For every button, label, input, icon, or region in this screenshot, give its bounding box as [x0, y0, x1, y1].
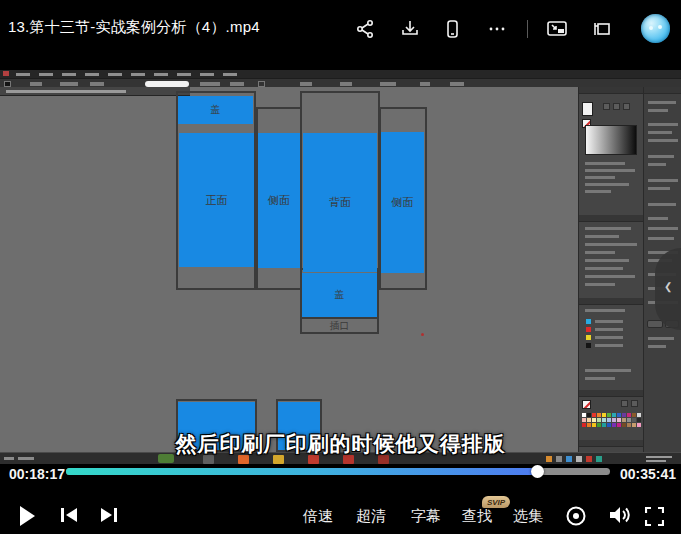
- record-icon[interactable]: [564, 504, 588, 528]
- episodes-button[interactable]: 选集: [513, 507, 543, 526]
- video-area[interactable]: 盖 正面 侧面 背面 侧面 盖 插口: [0, 70, 681, 464]
- progress-bar[interactable]: [66, 468, 610, 475]
- document-tab: [0, 87, 190, 96]
- panel-front: 正面: [179, 133, 254, 267]
- more-icon[interactable]: [485, 17, 509, 41]
- app-icon: [3, 71, 9, 76]
- gradient-panel: [578, 87, 643, 452]
- share-icon[interactable]: [353, 17, 377, 41]
- total-duration: 00:35:41: [620, 466, 676, 482]
- panel-side-left: 侧面: [258, 133, 300, 268]
- previous-button[interactable]: [58, 505, 80, 525]
- subtitle-text: 然后印刷厂印刷的时候他又得排版: [0, 430, 681, 458]
- quality-button[interactable]: 超清: [356, 507, 386, 526]
- play-button[interactable]: [16, 503, 38, 529]
- app-menu-bar: [0, 70, 681, 78]
- svip-badge: SVIP: [482, 496, 510, 508]
- cursor-mark: [421, 333, 424, 336]
- title-bar: 13.第十三节-实战案例分析（4）.mp4: [0, 0, 681, 65]
- progress-played: [66, 468, 538, 475]
- chevron-left-icon: ❮: [664, 281, 672, 292]
- panel-lid-top: 盖: [178, 96, 253, 124]
- panel-tab: 插口: [300, 317, 379, 334]
- panel-back: 背面: [303, 133, 377, 272]
- pip-icon[interactable]: [545, 17, 569, 41]
- panel-side-right: 侧面: [381, 132, 424, 273]
- fill-swatch: [582, 102, 593, 116]
- volume-icon[interactable]: [606, 503, 632, 527]
- find-button[interactable]: 查找: [462, 507, 492, 526]
- gradient-preview: [585, 125, 637, 155]
- header-divider: [527, 20, 528, 38]
- subtitle-button[interactable]: 字幕: [411, 507, 441, 526]
- download-icon[interactable]: [398, 17, 422, 41]
- speed-button[interactable]: 倍速: [303, 507, 333, 526]
- window-title: 13.第十三节-实战案例分析（4）.mp4: [8, 18, 260, 37]
- fullscreen-icon[interactable]: [643, 505, 665, 527]
- avatar[interactable]: [641, 14, 670, 43]
- next-button[interactable]: [98, 505, 120, 525]
- current-time: 00:18:17: [9, 466, 65, 482]
- panel-lid-bottom: 盖: [302, 273, 377, 317]
- cast-icon[interactable]: [590, 17, 614, 41]
- playlist-collapse-handle[interactable]: ❮: [655, 248, 681, 330]
- app-options-bar: [0, 78, 681, 87]
- phone-icon[interactable]: [440, 17, 464, 41]
- progress-thumb[interactable]: [531, 465, 544, 478]
- video-player-window: 13.第十三节-实战案例分析（4）.mp4: [0, 0, 681, 534]
